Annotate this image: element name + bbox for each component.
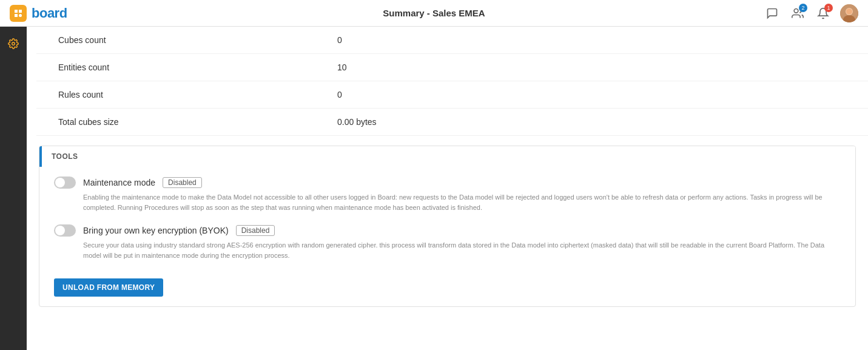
maintenance-description: Enabling the maintenance mode to make th… [54, 192, 841, 212]
unload-from-memory-button[interactable]: UNLOAD FROM MEMORY [54, 278, 163, 297]
tools-label: TOOLS [52, 152, 78, 161]
stat-row-rules: Rules count 0 [36, 81, 868, 109]
svg-point-1 [794, 8, 798, 13]
stat-value-total-size: 0.00 bytes [337, 117, 377, 127]
tool-row-maintenance: Maintenance mode Disabled [54, 177, 841, 189]
tools-section: TOOLS Maintenance mode Disabled Enabling… [39, 146, 856, 307]
sidebar-item-settings[interactable] [2, 33, 24, 55]
tools-header: TOOLS [39, 146, 855, 167]
maintenance-toggle[interactable] [54, 177, 76, 189]
stat-value-rules: 0 [337, 90, 342, 99]
svg-point-6 [12, 42, 15, 45]
bell-badge: 1 [824, 4, 833, 12]
byok-toggle[interactable] [54, 224, 76, 237]
chat-icon[interactable] [764, 5, 781, 22]
maintenance-label: Maintenance mode [83, 178, 155, 187]
byok-status-badge: Disabled [236, 225, 275, 236]
stat-value-cubes: 0 [337, 35, 342, 45]
byok-label: Bring your own key encryption (BYOK) [83, 226, 229, 235]
stat-row-cubes: Cubes count 0 [36, 27, 868, 54]
avatar[interactable] [840, 4, 858, 22]
topbar-left: board [10, 5, 67, 22]
page-title: Summary - Sales EMEA [383, 8, 485, 18]
stat-label-rules: Rules count [58, 90, 337, 99]
topbar: board Summary - Sales EMEA 2 1 [0, 0, 868, 27]
byok-description: Secure your data using industry standard… [54, 240, 841, 260]
main-layout: Cubes count 0 Entities count 10 Rules co… [0, 27, 868, 350]
tool-row-byok: Bring your own key encryption (BYOK) Dis… [54, 224, 841, 237]
sidebar [0, 27, 27, 350]
stats-section: Cubes count 0 Entities count 10 Rules co… [27, 27, 868, 136]
svg-point-5 [846, 8, 852, 15]
logo-icon [10, 5, 27, 22]
stat-label-total-size: Total cubes size [58, 117, 337, 127]
bell-icon[interactable]: 1 [815, 5, 832, 22]
svg-rect-0 [19, 14, 22, 17]
maintenance-status-badge: Disabled [163, 177, 202, 188]
users-icon[interactable]: 2 [789, 5, 806, 22]
stat-label-entities: Entities count [58, 62, 337, 72]
logo-area: board [10, 5, 67, 22]
stat-value-entities: 10 [337, 62, 347, 72]
stat-row-entities: Entities count 10 [36, 54, 868, 81]
topbar-right: 2 1 [764, 4, 858, 22]
tools-body: Maintenance mode Disabled Enabling the m… [39, 167, 855, 306]
stat-label-cubes: Cubes count [58, 35, 337, 45]
users-badge: 2 [799, 4, 807, 12]
toggle-knob-maintenance [55, 178, 65, 187]
content-area: Cubes count 0 Entities count 10 Rules co… [27, 27, 868, 350]
logo-text: board [32, 5, 67, 21]
tool-item-maintenance: Maintenance mode Disabled Enabling the m… [54, 177, 841, 212]
stat-row-total-size: Total cubes size 0.00 bytes [36, 109, 868, 136]
toggle-knob-byok [55, 226, 65, 235]
tool-item-byok: Bring your own key encryption (BYOK) Dis… [54, 224, 841, 260]
